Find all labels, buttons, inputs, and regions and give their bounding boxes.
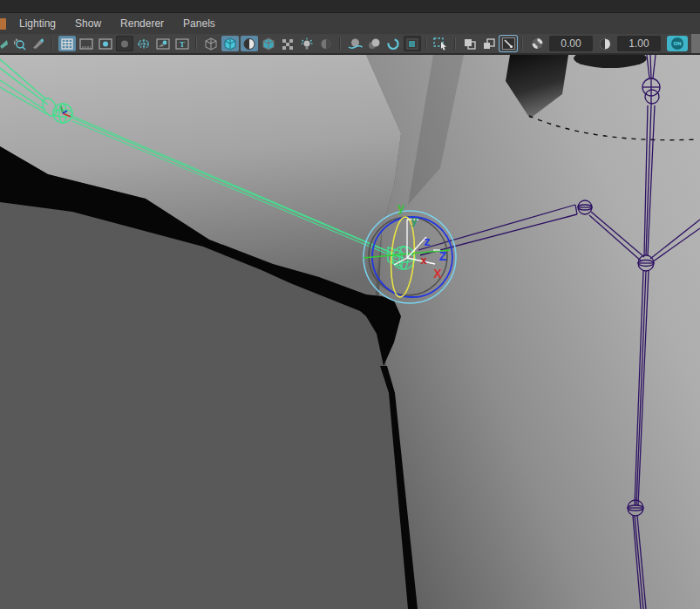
contrast-icon[interactable] [596,36,614,51]
axis-label-z-inner: z [425,234,431,248]
paint-effects-tool-icon[interactable] [30,36,47,51]
film-gate-icon[interactable] [78,36,95,51]
panel-menu-bar: Lighting Show Renderer Panels [0,13,700,34]
textured-icon[interactable] [241,36,258,51]
default-material-icon[interactable] [279,36,296,51]
ssao-icon[interactable] [346,36,364,51]
toolbar-separator [454,37,457,50]
toolbar-separator [339,37,342,50]
gamma-toggle-button[interactable]: ON [667,36,688,51]
svg-text:T: T [180,40,185,49]
window-top-strip [0,0,700,13]
smooth-shade-icon[interactable] [221,36,239,51]
safe-action-icon[interactable] [154,36,172,51]
resolution-gate-icon[interactable] [97,36,114,51]
axis-label-y-inner: y [411,213,418,227]
annotate-pen-icon[interactable] [500,36,517,51]
gamma-field[interactable] [617,36,661,51]
menu-show[interactable]: Show [65,17,111,30]
field-chart-icon[interactable] [135,36,153,51]
menu-renderer[interactable]: Renderer [111,17,173,30]
exposure-icon[interactable] [528,36,546,51]
axis-label-x-inner: x [420,254,427,267]
gamma-on-label: ON [671,37,683,50]
color-space-select[interactable]: sRGB gamma [691,34,700,53]
wireframe-on-shaded-icon[interactable] [260,36,277,51]
axis-label-z-outer: Z [439,249,447,263]
viewport-scene[interactable]: y y z Z x X [0,55,700,609]
safe-title-icon[interactable]: T [173,36,191,51]
toolbar-separator [195,37,198,50]
lighting-icon[interactable] [298,36,316,51]
menu-lighting[interactable]: Lighting [10,17,65,30]
axis-label-x-outer: X [433,267,442,281]
panel-menu-stub-icon [0,18,6,30]
motion-blur-icon[interactable] [365,36,383,51]
multisample-icon[interactable] [384,36,402,51]
axis-label-y-outer: y [398,200,405,214]
isolate-select-icon[interactable] [404,36,421,51]
double-square-alt-icon[interactable] [480,36,498,51]
shadows-icon[interactable] [317,36,335,51]
scene-canvas: y y z Z x X [0,55,700,609]
toolbar-separator [51,37,54,50]
grid-toggle-icon[interactable] [58,36,76,51]
exposure-field[interactable] [549,36,593,51]
viewport-toolbar: T [0,34,700,56]
double-square-icon[interactable] [461,36,479,51]
menu-panels[interactable]: Panels [173,17,225,30]
gate-mask-icon[interactable] [116,36,133,51]
object-selection-icon[interactable] [432,36,450,51]
pan-zoom-tool-icon[interactable] [10,36,28,51]
toolbar-separator [521,37,524,50]
toolbar-separator [425,37,428,50]
maya-viewport-panel: Lighting Show Renderer Panels [0,0,700,609]
clipped-tool-icon[interactable] [0,36,9,51]
wireframe-icon[interactable] [202,36,220,51]
